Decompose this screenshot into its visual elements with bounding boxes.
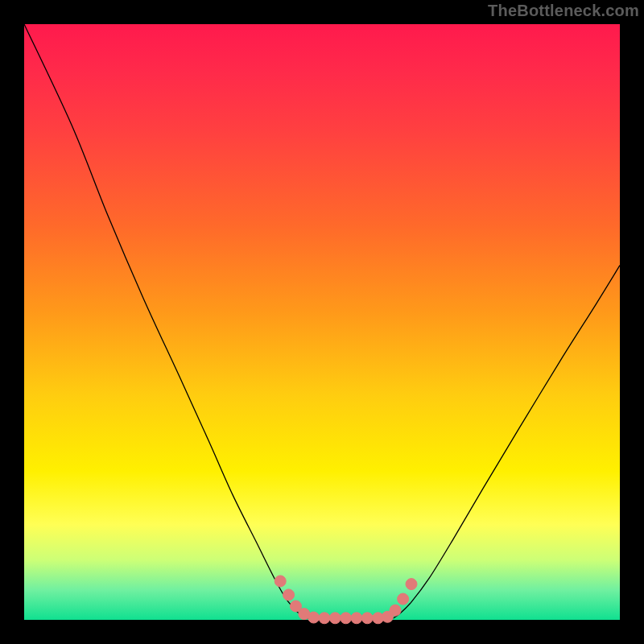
marker-dot — [283, 589, 295, 601]
marker-dot — [351, 613, 362, 624]
marker-dot — [361, 613, 373, 624]
marker-dot — [275, 576, 286, 587]
bottleneck-curve-left — [24, 24, 304, 618]
chart-frame: TheBottleneck.com — [0, 0, 644, 644]
marker-dot — [406, 579, 417, 590]
branding-watermark: TheBottleneck.com — [488, 2, 639, 20]
plot-area — [24, 24, 620, 620]
marker-dot — [341, 613, 352, 624]
bottleneck-curve-right — [394, 266, 620, 618]
marker-dot — [398, 593, 409, 605]
marker-dot — [390, 605, 401, 616]
curve-layer — [24, 24, 620, 620]
marker-dot — [308, 612, 320, 623]
marker-dot — [319, 613, 330, 624]
marker-dot — [329, 613, 341, 624]
